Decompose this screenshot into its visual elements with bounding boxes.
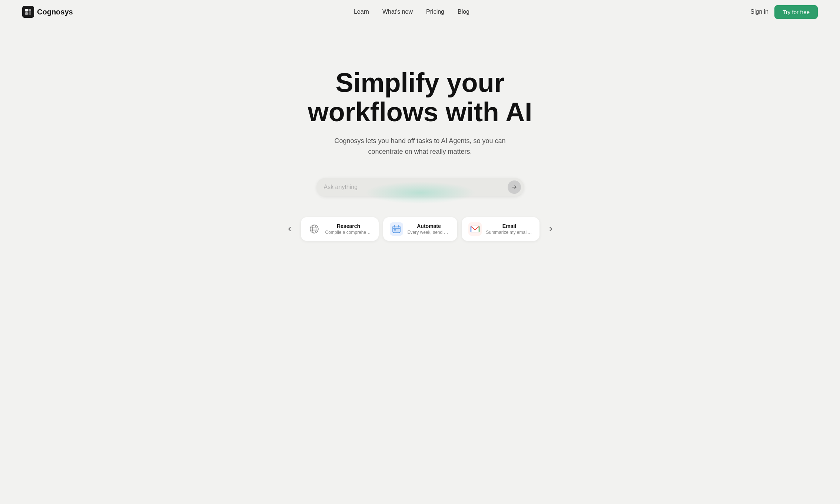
svg-rect-15 (471, 226, 479, 232)
email-card-title: Email (486, 223, 533, 229)
navbar-links: Learn What's new Pricing Blog (354, 9, 469, 15)
automate-card-desc: Every week, send me a... (408, 230, 451, 235)
hero-title: Simplify your workflows with AI (308, 68, 532, 127)
svg-rect-9 (393, 226, 400, 233)
next-arrow-button[interactable] (544, 222, 557, 236)
calendar-icon (390, 222, 403, 236)
research-card-title: Research (325, 223, 372, 229)
automate-card-text: Automate Every week, send me a... (408, 223, 451, 235)
search-submit-button[interactable] (508, 180, 521, 194)
nav-learn[interactable]: Learn (354, 9, 369, 15)
try-free-button[interactable]: Try for free (774, 5, 818, 19)
hero-section: Simplify your workflows with AI Cognosys… (0, 24, 840, 271)
automate-card-title: Automate (408, 223, 451, 229)
search-input-wrapper (316, 178, 524, 196)
email-card-desc: Summarize my emails from... (486, 230, 533, 235)
search-container (316, 178, 524, 196)
svg-rect-2 (25, 12, 28, 15)
signin-link[interactable]: Sign in (750, 9, 768, 15)
chevron-right-icon (547, 226, 554, 232)
chevron-left-icon (286, 226, 293, 232)
suggestion-card-automate[interactable]: Automate Every week, send me a... (383, 217, 457, 241)
hero-subtitle: Cognosys lets you hand off tasks to AI A… (331, 136, 509, 157)
navbar-actions: Sign in Try for free (750, 5, 818, 19)
search-input[interactable] (316, 178, 524, 196)
logo-text: Cognosys (37, 8, 73, 16)
logo-link[interactable]: Cognosys (22, 6, 73, 18)
navbar: Cognosys Learn What's new Pricing Blog S… (0, 0, 840, 24)
svg-rect-14 (394, 229, 396, 231)
svg-rect-3 (29, 12, 31, 15)
logo-icon (22, 6, 34, 18)
email-card-text: Email Summarize my emails from... (486, 223, 533, 235)
gmail-icon (468, 222, 482, 236)
svg-rect-1 (29, 9, 31, 11)
suggestion-card-research[interactable]: Research Compile a comprehensive... (301, 217, 379, 241)
research-card-text: Research Compile a comprehensive... (325, 223, 372, 235)
nav-pricing[interactable]: Pricing (426, 9, 444, 15)
nav-blog[interactable]: Blog (458, 9, 469, 15)
globe-icon (308, 222, 321, 236)
suggestions-row: Research Compile a comprehensive... Auto… (283, 217, 557, 241)
prev-arrow-button[interactable] (283, 222, 296, 236)
arrow-right-icon (511, 184, 517, 190)
research-card-desc: Compile a comprehensive... (325, 230, 372, 235)
nav-whats-new[interactable]: What's new (382, 9, 413, 15)
svg-rect-0 (25, 9, 28, 11)
suggestion-card-email[interactable]: Email Summarize my emails from... (462, 217, 539, 241)
